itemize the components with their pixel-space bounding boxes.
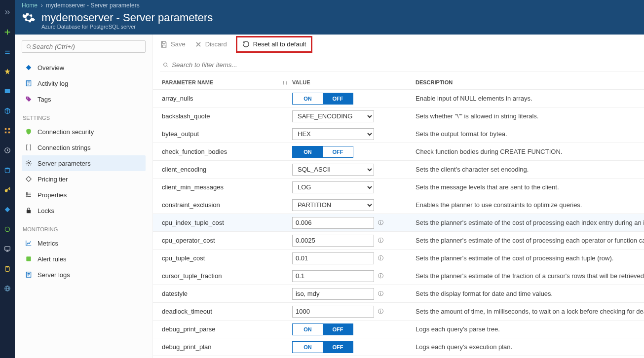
param-row: cpu_index_tuple_costⓘSets the planner's … — [153, 214, 644, 232]
sidebar-search[interactable] — [22, 40, 146, 53]
param-name: debug_print_plan — [160, 343, 282, 351]
sidebar-item-server-logs[interactable]: Server logs — [22, 267, 146, 283]
rail-icon-sql[interactable] — [0, 163, 15, 178]
nav-icon — [25, 128, 33, 136]
info-icon[interactable]: ⓘ — [378, 219, 383, 226]
rail-icon-globe[interactable] — [0, 281, 15, 296]
select-client_min_messages[interactable]: LOG — [292, 181, 374, 193]
sidebar-item-label: Connection security — [38, 128, 94, 136]
param-desc: Sets the planner's estimate of the cost … — [416, 219, 644, 226]
gear-icon — [22, 11, 36, 25]
info-icon[interactable]: ⓘ — [378, 254, 383, 262]
input-datestyle[interactable] — [292, 288, 374, 300]
col-header-name[interactable]: PARAMETER NAME — [160, 79, 282, 85]
filter-input[interactable] — [172, 61, 644, 69]
toggle-debug_print_plan[interactable]: ONOFF — [292, 341, 353, 353]
rail-icon-new[interactable] — [0, 25, 15, 39]
sidebar-item-locks[interactable]: Locks — [22, 203, 146, 218]
input-cpu_tuple_cost[interactable] — [292, 252, 374, 264]
rail-icon-monitor[interactable] — [0, 242, 15, 256]
select-backslash_quote[interactable]: SAFE_ENCODING — [292, 110, 374, 122]
rail-icon-circle[interactable] — [0, 222, 15, 237]
rail-icon-grid[interactable] — [0, 123, 15, 138]
sidebar-item-connection-security[interactable]: Connection security — [22, 124, 146, 140]
param-name: datestyle — [160, 290, 282, 297]
param-value: HEX — [292, 128, 416, 140]
toggle-off[interactable]: OFF — [323, 324, 353, 335]
sidebar-item-overview[interactable]: Overview — [22, 60, 146, 75]
sidebar-item-connection-strings[interactable]: Connection strings — [22, 140, 146, 155]
param-name: debug_print_parse — [160, 325, 282, 333]
sidebar-search-input[interactable] — [32, 43, 141, 50]
sidebar-section-label: SETTINGS — [23, 115, 146, 121]
info-icon[interactable]: ⓘ — [378, 272, 383, 280]
toggle-off[interactable]: OFF — [323, 146, 353, 157]
col-header-desc[interactable]: DESCRIPTION — [416, 79, 644, 85]
rail-icon-key[interactable] — [0, 182, 15, 197]
rail-icon-expand[interactable] — [0, 5, 15, 20]
toggle-off[interactable]: OFF — [323, 342, 353, 353]
toggle-array_nulls[interactable]: ONOFF — [292, 93, 353, 105]
input-cpu_operator_cost[interactable] — [292, 235, 374, 247]
breadcrumb: Home › mydemoserver - Server parameters — [22, 0, 644, 11]
param-value: ONOFF — [292, 146, 416, 158]
col-header-value[interactable]: VALUE — [292, 79, 416, 85]
param-name: bytea_output — [160, 130, 282, 138]
param-row: constraint_exclusionPARTITIONEnables the… — [153, 196, 644, 214]
svg-rect-23 — [27, 210, 31, 213]
discard-button[interactable]: Discard — [194, 40, 227, 48]
svg-rect-4 — [5, 132, 7, 134]
svg-point-26 — [164, 63, 167, 66]
param-name: client_min_messages — [160, 183, 282, 191]
info-icon[interactable]: ⓘ — [378, 237, 383, 244]
sidebar-item-label: Pricing tier — [38, 176, 68, 183]
param-name: backslash_quote — [160, 112, 282, 120]
param-row: cursor_tuple_fractionⓘSets the planner's… — [153, 267, 644, 285]
param-value: SAFE_ENCODING — [292, 110, 416, 122]
toggle-on[interactable]: ON — [293, 93, 323, 104]
sidebar-section-label: MONITORING — [23, 226, 146, 232]
toggle-on[interactable]: ON — [293, 324, 323, 335]
toggle-on[interactable]: ON — [293, 342, 323, 353]
rail-icon-diamond[interactable] — [0, 202, 15, 217]
toggle-check_function_bodies[interactable]: ONOFF — [292, 146, 353, 158]
sidebar-item-activity-log[interactable]: Activity log — [22, 75, 146, 91]
sidebar-item-tags[interactable]: Tags — [22, 91, 146, 107]
toolbar: Save Discard Reset all to default — [153, 35, 644, 54]
param-value: ONOFF — [292, 93, 416, 105]
sidebar-item-metrics[interactable]: Metrics — [22, 235, 146, 251]
toggle-debug_print_parse[interactable]: ONOFF — [292, 323, 353, 335]
param-name: cpu_index_tuple_cost — [160, 219, 282, 226]
sidebar-item-label: Activity log — [38, 80, 68, 87]
sidebar-item-alert-rules[interactable]: Alert rules — [22, 251, 146, 267]
rail-icon-db[interactable] — [0, 261, 15, 276]
toggle-off[interactable]: OFF — [323, 93, 353, 104]
info-icon[interactable]: ⓘ — [378, 290, 383, 297]
reset-all-button[interactable]: Reset all to default — [236, 36, 313, 53]
select-constraint_exclusion[interactable]: PARTITION — [292, 199, 374, 211]
select-bytea_output[interactable]: HEX — [292, 128, 374, 140]
filter-row[interactable] — [160, 61, 644, 72]
rail-icon-clock[interactable] — [0, 143, 15, 158]
select-client_encoding[interactable]: SQL_ASCII — [292, 164, 374, 176]
sidebar-item-server-parameters[interactable]: Server parameters — [22, 155, 146, 171]
param-row: deadlock_timeoutⓘSets the amount of time… — [153, 303, 644, 321]
rail-icon-star[interactable] — [0, 64, 15, 79]
sidebar-item-properties[interactable]: Properties — [22, 187, 146, 203]
input-deadlock_timeout[interactable] — [292, 306, 374, 318]
input-cursor_tuple_fraction[interactable] — [292, 270, 374, 282]
toggle-on[interactable]: ON — [293, 146, 323, 157]
svg-rect-1 — [5, 89, 10, 93]
rail-icon-list[interactable] — [0, 44, 15, 59]
info-icon[interactable]: ⓘ — [378, 308, 383, 315]
save-button[interactable]: Save — [160, 40, 186, 48]
rail-icon-cube[interactable] — [0, 104, 15, 118]
rail-icon-dashboard[interactable] — [0, 84, 15, 99]
breadcrumb-home[interactable]: Home — [22, 2, 38, 9]
svg-point-17 — [27, 98, 28, 99]
input-cpu_index_tuple_cost[interactable] — [292, 217, 374, 229]
svg-point-7 — [5, 168, 9, 170]
sort-indicator[interactable]: ↑↓ — [282, 79, 292, 85]
sidebar-item-pricing-tier[interactable]: Pricing tier — [22, 171, 146, 187]
blade-sidebar: OverviewActivity logTagsSETTINGSConnecti… — [15, 35, 153, 358]
